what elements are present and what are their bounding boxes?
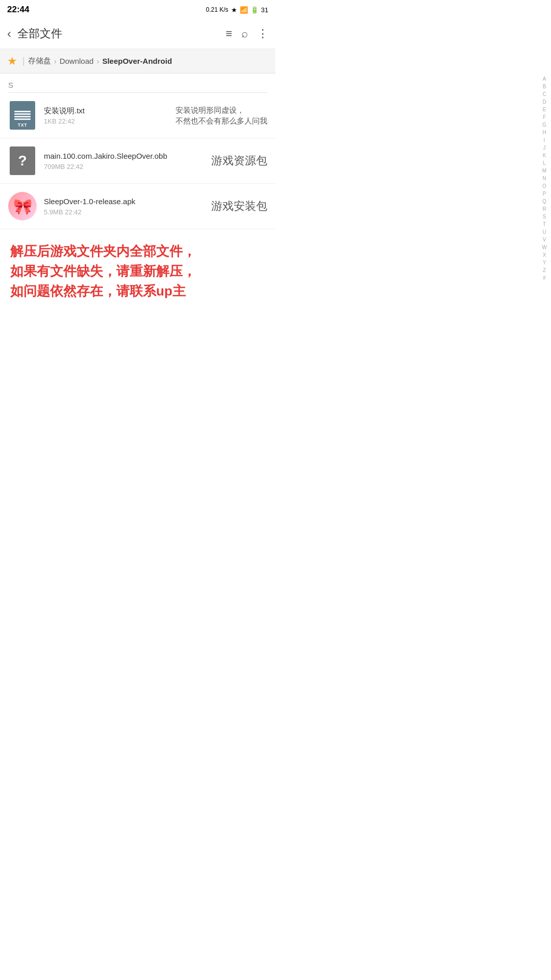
file-name-txt: 安装说明.txt: [44, 106, 171, 116]
more-options-icon[interactable]: ⋮: [257, 27, 268, 40]
breadcrumb-separator: |: [22, 56, 25, 66]
toolbar-icons: ≡ ⌕ ⋮: [226, 27, 268, 40]
file-info-txt: 安装说明.txt 1KB 22:42: [44, 106, 171, 126]
bottom-notice: 解压后游戏文件夹内全部文件，如果有文件缺失，请重新解压，如问题依然存在，请联系u…: [0, 229, 276, 316]
list-item[interactable]: TXT 安装说明.txt 1KB 22:42 安装说明形同虚设，不然也不会有那么…: [0, 93, 276, 138]
file-meta-txt: 1KB 22:42: [44, 117, 171, 125]
breadcrumb: ★ | 存储盘 › Download › SleepOver-Android: [0, 49, 276, 74]
app-bar: ‹ 全部文件 ≡ ⌕ ⋮: [0, 18, 276, 49]
list-item[interactable]: ? main.100.com.Jakiro.SleepOver.obb 709M…: [0, 138, 276, 184]
section-header-s: S: [0, 74, 276, 92]
file-info-apk: SleepOver-1.0-release.apk 5.9MB 22:42: [44, 197, 206, 216]
status-icons: 0.21 K/s ★ 📶 🔋 31: [206, 6, 269, 14]
breadcrumb-arrow-2: ›: [96, 57, 99, 65]
file-name-apk: SleepOver-1.0-release.apk: [44, 197, 206, 207]
back-button[interactable]: ‹: [7, 27, 11, 41]
breadcrumb-download[interactable]: Download: [60, 57, 94, 65]
breadcrumb-arrow-1: ›: [54, 57, 57, 65]
page-title: 全部文件: [17, 26, 226, 41]
breadcrumb-storage[interactable]: 存储盘: [28, 56, 51, 66]
status-bar: 22:44 0.21 K/s ★ 📶 🔋 31: [0, 0, 276, 18]
bluetooth-icon: ★: [231, 6, 237, 14]
breadcrumb-current[interactable]: SleepOver-Android: [102, 57, 172, 65]
file-list: TXT 安装说明.txt 1KB 22:42 安装说明形同虚设，不然也不会有那么…: [0, 93, 276, 229]
battery-icon: 🔋: [251, 6, 259, 14]
file-info-obb: main.100.com.Jakiro.SleepOver.obb 709MB …: [44, 151, 206, 171]
file-note-txt: 安装说明形同虚设，不然也不会有那么多人问我: [176, 105, 267, 126]
signal-icon: 📶: [240, 6, 248, 14]
apk-file-icon: 🎀: [8, 192, 37, 220]
search-icon[interactable]: ⌕: [241, 27, 248, 40]
list-view-icon[interactable]: ≡: [226, 27, 232, 40]
obb-file-icon: ?: [8, 146, 37, 175]
file-meta-apk: 5.9MB 22:42: [44, 208, 206, 216]
file-name-obb: main.100.com.Jakiro.SleepOver.obb: [44, 151, 206, 161]
status-time: 22:44: [7, 5, 29, 15]
file-note-obb: 游戏资源包: [211, 154, 267, 168]
network-speed: 0.21 K/s: [206, 6, 229, 13]
file-note-apk: 游戏安装包: [211, 199, 267, 214]
list-item[interactable]: 🎀 SleepOver-1.0-release.apk 5.9MB 22:42 …: [0, 184, 276, 229]
battery-level: 31: [261, 6, 268, 14]
txt-file-icon: TXT: [8, 101, 37, 130]
favorite-icon[interactable]: ★: [7, 55, 17, 68]
file-meta-obb: 709MB 22:42: [44, 163, 206, 170]
